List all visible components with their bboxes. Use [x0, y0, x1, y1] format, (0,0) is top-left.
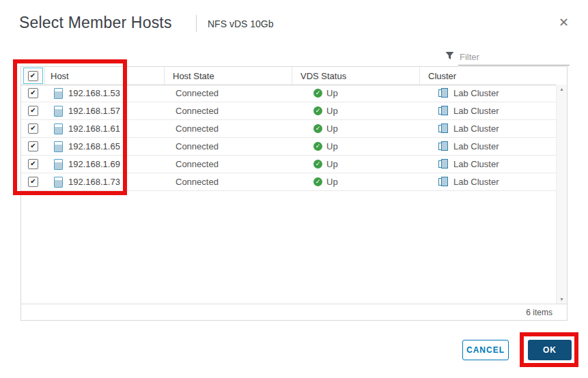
host-ip: 192.168.1.69 [68, 159, 120, 169]
cluster-name: Lab Cluster [453, 123, 499, 134]
select-all-checkbox[interactable]: ✔ [28, 71, 38, 81]
host-ip: 192.168.1.53 [68, 88, 120, 98]
host-icon [54, 177, 63, 188]
status-up-icon: ✓ [313, 89, 322, 98]
status-up-icon: ✓ [313, 177, 322, 186]
row-checkbox[interactable]: ✔ [28, 177, 38, 187]
cluster-icon [438, 141, 449, 151]
cluster-icon [438, 123, 449, 134]
row-checkbox[interactable]: ✔ [28, 159, 38, 169]
column-header-host[interactable]: Host [45, 67, 165, 85]
column-header-cluster[interactable]: Cluster [420, 67, 567, 85]
table-row[interactable]: ✔ 192.168.1.53 Connected ✓ Up Lab Cluste… [21, 85, 556, 102]
table-row[interactable]: ✔ 192.168.1.69 Connected ✓ Up Lab Cluste… [21, 156, 556, 173]
scroll-up-icon[interactable]: ▲ [559, 85, 564, 93]
cluster-name: Lab Cluster [453, 177, 499, 187]
host-ip: 192.168.1.57 [68, 106, 120, 116]
vds-status: Up [326, 177, 338, 187]
cluster-name: Lab Cluster [453, 141, 499, 151]
status-up-icon: ✓ [313, 160, 322, 169]
host-icon [54, 106, 63, 117]
close-icon[interactable]: ✕ [559, 16, 569, 29]
table-header-row: ✔ Host Host State VDS Status Cluster [21, 67, 567, 85]
table-row[interactable]: ✔ 192.168.1.73 Connected ✓ Up Lab Cluste… [21, 173, 556, 191]
table-row[interactable]: ✔ 192.168.1.57 Connected ✓ Up Lab Cluste… [21, 102, 556, 120]
cluster-icon [438, 177, 449, 187]
column-header-host-state[interactable]: Host State [165, 67, 292, 85]
cluster-icon [438, 159, 449, 169]
table-row[interactable]: ✔ 192.168.1.61 Connected ✓ Up Lab Cluste… [21, 120, 556, 138]
cluster-name: Lab Cluster [453, 106, 499, 116]
host-ip: 192.168.1.65 [68, 141, 120, 151]
vds-status: Up [326, 88, 338, 98]
status-up-icon: ✓ [313, 106, 322, 115]
host-state: Connected [165, 102, 292, 119]
vds-status: Up [326, 159, 338, 169]
cluster-icon [438, 106, 449, 116]
vds-status: Up [326, 106, 338, 116]
host-state: Connected [165, 156, 292, 173]
column-header-vds-status[interactable]: VDS Status [292, 67, 420, 85]
host-icon [54, 141, 63, 152]
table-row[interactable]: ✔ 192.168.1.65 Connected ✓ Up Lab Cluste… [21, 138, 556, 156]
vds-status: Up [326, 123, 338, 134]
host-icon [54, 159, 63, 170]
host-state: Connected [165, 85, 292, 102]
item-count: 6 items [526, 308, 552, 317]
ok-button[interactable]: OK [528, 340, 572, 360]
table-body: ✔ 192.168.1.53 Connected ✓ Up Lab Cluste… [21, 85, 556, 304]
select-all-cell: ✔ [21, 67, 45, 85]
vds-status: Up [326, 141, 338, 151]
row-checkbox[interactable]: ✔ [28, 141, 38, 151]
filter-input[interactable] [458, 49, 570, 66]
cluster-name: Lab Cluster [453, 159, 499, 169]
member-hosts-table: ✔ Host Host State VDS Status Cluster ✔ 1… [20, 66, 568, 321]
host-ip: 192.168.1.61 [68, 123, 120, 134]
cluster-icon [438, 88, 449, 98]
filter-funnel-icon [445, 51, 454, 60]
cluster-name: Lab Cluster [453, 88, 499, 98]
select-all-focus-ring: ✔ [23, 68, 43, 84]
row-checkbox[interactable]: ✔ [28, 88, 38, 98]
dialog-subtitle: NFS vDS 10Gb [208, 18, 273, 29]
host-state: Connected [165, 173, 292, 190]
host-ip: 192.168.1.73 [68, 177, 120, 187]
vertical-scrollbar[interactable]: ▲ ▼ [556, 85, 567, 304]
row-checkbox[interactable]: ✔ [28, 106, 38, 116]
row-checkbox[interactable]: ✔ [28, 123, 38, 134]
status-up-icon: ✓ [313, 124, 322, 133]
status-up-icon: ✓ [313, 142, 322, 151]
host-icon [54, 88, 63, 99]
dialog-title: Select Member Hosts [19, 14, 172, 32]
table-footer: 6 items [21, 304, 567, 320]
host-icon [54, 123, 63, 134]
host-state: Connected [165, 120, 292, 137]
cancel-button[interactable]: CANCEL [462, 340, 509, 360]
scroll-down-icon[interactable]: ▼ [559, 295, 564, 304]
title-divider [196, 15, 197, 32]
host-state: Connected [165, 138, 292, 155]
